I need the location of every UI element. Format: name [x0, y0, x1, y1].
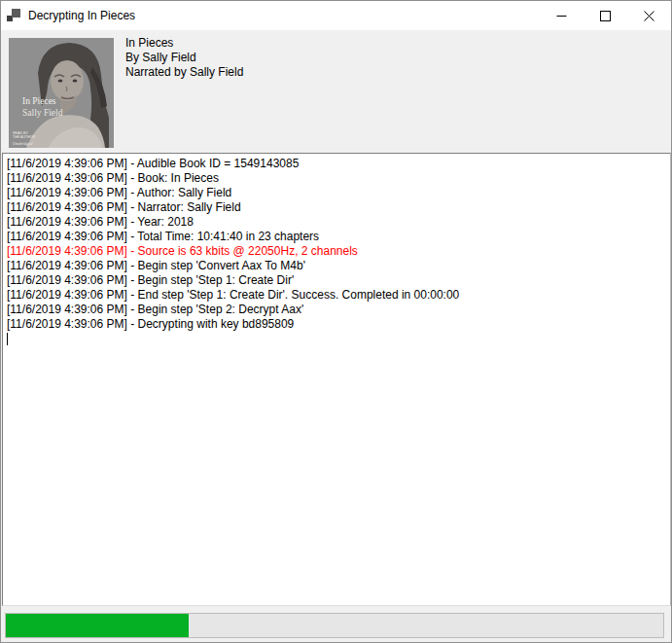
log-line: [11/6/2019 4:39:06 PM] - Begin step 'Ste…: [7, 303, 666, 317]
cover-art: In Pieces Sally Field READ BY THE AUTHOR…: [9, 38, 114, 148]
maximize-icon: [600, 11, 611, 21]
app-icon: [7, 9, 20, 22]
book-author: By Sally Field: [125, 51, 243, 65]
window-controls: [540, 1, 671, 30]
close-icon: [644, 11, 654, 21]
cover-edition-text: Unabridged: [13, 141, 33, 146]
log-line: [11/6/2019 4:39:06 PM] - Year: 2018: [7, 215, 666, 230]
log-line: [11/6/2019 4:39:06 PM] - Source is 63 kb…: [7, 244, 666, 259]
titlebar[interactable]: Decrypting In Pieces: [1, 1, 671, 30]
log-line: [11/6/2019 4:39:06 PM] - Book: In Pieces: [7, 171, 666, 186]
log-output[interactable]: [11/6/2019 4:39:06 PM] - Audible Book ID…: [2, 153, 671, 606]
minimize-button[interactable]: [540, 1, 584, 30]
progress-bar: [5, 613, 664, 638]
close-button[interactable]: [627, 1, 671, 30]
cover-readby-line2: THE AUTHOR: [13, 135, 36, 139]
text-caret: [7, 333, 8, 345]
window-title: Decrypting In Pieces: [28, 9, 135, 22]
book-narrator: Narrated by Sally Field: [125, 65, 243, 80]
log-line: [11/6/2019 4:39:06 PM] - Audible Book ID…: [7, 157, 666, 171]
cover-title-text: In Pieces: [22, 96, 56, 106]
log-lines: [11/6/2019 4:39:06 PM] - Audible Book ID…: [7, 157, 666, 332]
cover-author-text: Sally Field: [22, 108, 63, 118]
log-line: [11/6/2019 4:39:06 PM] - Begin step 'Ste…: [7, 273, 666, 288]
app-icon-square-big: [12, 9, 20, 18]
log-line: [11/6/2019 4:39:06 PM] - End step 'Step …: [7, 288, 666, 303]
book-title: In Pieces: [125, 36, 243, 51]
book-cover-image: In Pieces Sally Field READ BY THE AUTHOR…: [9, 38, 114, 148]
log-line: [11/6/2019 4:39:06 PM] - Author: Sally F…: [7, 186, 666, 200]
log-line: [11/6/2019 4:39:06 PM] - Total Time: 10:…: [7, 230, 666, 244]
log-line: [11/6/2019 4:39:06 PM] - Begin step 'Con…: [7, 259, 666, 273]
app-window: Decrypting In Pieces: [0, 0, 672, 643]
book-info: In Pieces By Sally Field Narrated by Sal…: [125, 36, 243, 80]
maximize-button[interactable]: [584, 1, 627, 30]
log-line: [11/6/2019 4:39:06 PM] - Decrypting with…: [7, 317, 666, 332]
progress-fill: [6, 614, 189, 637]
log-line: [11/6/2019 4:39:06 PM] - Narrator: Sally…: [7, 200, 666, 215]
minimize-icon: [556, 11, 567, 21]
